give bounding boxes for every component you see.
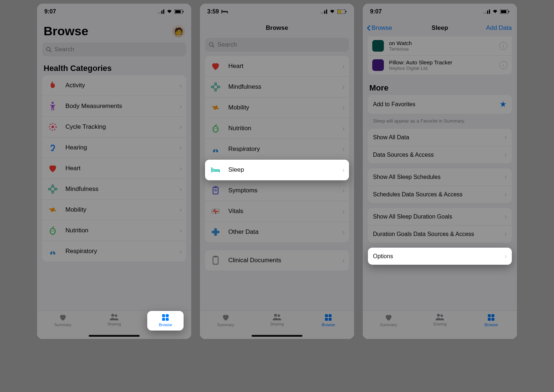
schedules-group: Show All Sleep Schedules›Schedules Data … — [368, 168, 512, 203]
profile-avatar[interactable]: 🧑 — [172, 25, 185, 37]
category-label: Hearing — [65, 144, 173, 151]
svg-rect-23 — [162, 318, 165, 321]
chevron-right-icon: › — [180, 227, 182, 235]
category-label: Mindfulness — [65, 185, 173, 193]
category-respiratory[interactable]: Respiratory › — [205, 139, 349, 160]
tab-summary[interactable]: Summary — [208, 313, 244, 327]
category-cycle-tracking[interactable]: Cycle Tracking › — [42, 117, 186, 137]
category-mobility[interactable]: Mobility › — [205, 97, 349, 118]
tab-sharing[interactable]: Sharing — [259, 313, 295, 326]
show-all-sleep-duration-goals[interactable]: Show All Sleep Duration Goals› — [368, 208, 512, 225]
item-label: Show All Data — [373, 134, 505, 141]
tab-label: Sharing — [433, 322, 447, 326]
chevron-right-icon: › — [342, 83, 345, 91]
svg-point-19 — [111, 314, 114, 317]
categories-list: Heart › Mindfulness › Mobility › Nutriti… — [205, 56, 349, 242]
tab-browse[interactable]: Browse — [310, 313, 346, 327]
tab-label: Browse — [159, 323, 172, 327]
show-all-data[interactable]: Show All Data› — [368, 129, 512, 146]
options-label: Options — [373, 253, 505, 260]
people-icon — [272, 313, 282, 321]
category-activity[interactable]: Activity › — [42, 75, 186, 96]
category-label: Clinical Documents — [228, 257, 336, 264]
add-to-favorites[interactable]: Add to Favorites ★ — [368, 95, 512, 114]
chevron-right-icon: › — [342, 125, 345, 132]
data-sources-access[interactable]: Data Sources & Access› — [368, 146, 512, 163]
cycle-icon — [47, 122, 59, 132]
category-label: Symptoms — [228, 187, 336, 194]
category-mindfulness[interactable]: Mindfulness › — [42, 179, 186, 200]
category-sleep[interactable]: Sleep › — [205, 160, 349, 180]
app-pillow-auto-sleep-tracker[interactable]: Pillow: Auto Sleep Tracker Neybox Digita… — [368, 56, 512, 75]
status-time: 3:59 — [207, 8, 219, 15]
categories-list: Activity › Body Measurements › Cycle Tra… — [42, 75, 186, 261]
category-label: Respiratory — [65, 248, 173, 255]
battery-icon — [174, 9, 184, 14]
back-label: Browse — [372, 24, 392, 32]
category-body-measurements[interactable]: Body Measurements › — [42, 96, 186, 117]
signal-icon — [321, 9, 327, 14]
back-button[interactable]: Browse — [366, 24, 392, 32]
tab-browse[interactable]: Browse — [473, 313, 509, 327]
svg-rect-52 — [325, 314, 328, 317]
svg-point-37 — [211, 86, 213, 88]
tab-summary[interactable]: Summary — [45, 313, 81, 327]
category-mobility[interactable]: Mobility › — [42, 200, 186, 220]
category-nutrition[interactable]: Nutrition › — [205, 118, 349, 139]
chevron-right-icon: › — [180, 144, 182, 152]
favorites-note: Sleep will appear as a Favorite in Summa… — [368, 115, 512, 129]
info-icon[interactable]: i — [499, 42, 507, 50]
category-other-data[interactable]: Other Data › — [205, 222, 349, 242]
status-left: 3:59 — [207, 8, 228, 15]
category-heart[interactable]: Heart › — [42, 158, 186, 179]
tab-sharing[interactable]: Sharing — [422, 313, 458, 326]
category-label: Heart — [228, 63, 336, 70]
app-title: Pillow: Auto Sleep Tracker — [389, 59, 494, 65]
app-on-watch[interactable]: on Watch Tantsissa i — [368, 36, 512, 56]
svg-point-11 — [52, 126, 54, 128]
search-placeholder: Search — [55, 46, 74, 53]
section-header: Health Categories — [37, 60, 191, 75]
tab-sharing[interactable]: Sharing — [96, 313, 132, 326]
add-data-button[interactable]: Add Data — [486, 24, 512, 32]
more-header: More — [363, 80, 517, 95]
category-vitals[interactable]: Vitals › — [205, 201, 349, 222]
other-icon — [209, 227, 222, 237]
tab-browse[interactable]: Browse — [147, 311, 184, 331]
category-nutrition[interactable]: Nutrition › — [42, 220, 186, 241]
category-clinical-documents[interactable]: Clinical Documents › — [205, 250, 349, 271]
duration-goals-data-sources-access[interactable]: Duration Goals Data Sources & Access› — [368, 225, 512, 243]
category-label: Nutrition — [228, 125, 336, 132]
category-label: Respiratory — [228, 145, 336, 153]
svg-rect-5 — [175, 10, 181, 13]
heart-icon — [47, 163, 59, 173]
category-mindfulness[interactable]: Mindfulness › — [205, 77, 349, 97]
item-label: Data Sources & Access — [373, 152, 505, 158]
show-all-sleep-schedules[interactable]: Show All Sleep Schedules› — [368, 168, 512, 186]
nav-title: Sleep — [431, 24, 448, 32]
options-button[interactable]: Options › — [368, 248, 512, 265]
content-area: Search Heart › Mindfulness › Mobility › … — [200, 36, 354, 311]
category-hearing[interactable]: Hearing › — [42, 137, 186, 158]
search-input[interactable]: Search — [42, 43, 186, 56]
schedules-data-sources-access[interactable]: Schedules Data Sources & Access› — [368, 186, 512, 203]
page-title: Browse — [44, 24, 88, 38]
item-label: Show All Sleep Schedules — [373, 174, 505, 180]
star-icon: ★ — [499, 100, 507, 109]
tab-summary[interactable]: Summary — [370, 313, 407, 327]
svg-point-15 — [48, 188, 50, 190]
svg-point-38 — [218, 86, 220, 88]
info-icon[interactable]: i — [499, 61, 507, 69]
svg-rect-68 — [491, 318, 494, 321]
category-heart[interactable]: Heart › — [205, 56, 349, 77]
category-label: Activity — [65, 82, 173, 89]
chevron-right-icon: › — [505, 173, 507, 181]
category-respiratory[interactable]: Respiratory › — [42, 241, 186, 261]
svg-point-34 — [213, 85, 218, 89]
category-symptoms[interactable]: Symptoms › — [205, 180, 349, 201]
search-input[interactable]: Search — [205, 38, 349, 52]
tab-label: Browse — [322, 323, 335, 327]
category-label: Mobility — [228, 104, 336, 111]
phone-browse-main: 9:07 Browse 🧑 Search Health Categories A… — [37, 4, 191, 339]
svg-rect-24 — [166, 318, 169, 321]
